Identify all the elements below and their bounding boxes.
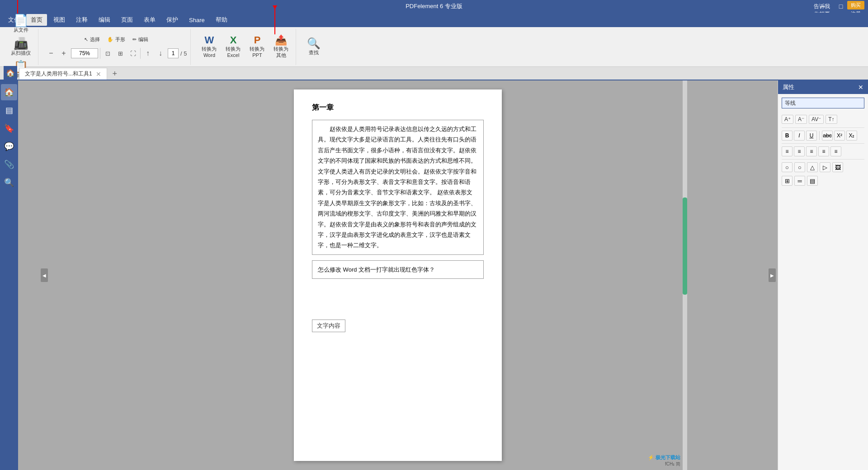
- tab-close-button[interactable]: ✕: [96, 70, 101, 78]
- sidebar-attachments-icon[interactable]: 📎: [1, 156, 17, 173]
- scrollbar-thumb[interactable]: [683, 197, 687, 295]
- right-panel-toggle[interactable]: ▶: [769, 268, 776, 282]
- to-ppt-button[interactable]: P 转换为PPT: [246, 33, 268, 60]
- zoom-in-button[interactable]: +: [58, 48, 69, 59]
- document-tab[interactable]: 文字是人类用符号...和工具1 ✕: [19, 68, 107, 80]
- question-text: 怎么修改 Word 文档一打字就出现红色字体？: [318, 264, 478, 275]
- left-panel-toggle[interactable]: ◀: [41, 268, 48, 282]
- edit-tool-button[interactable]: ✏ 编辑: [130, 35, 151, 44]
- ribbon-group-search: 🔍 查找: [300, 29, 328, 65]
- zoom-level-input[interactable]: [71, 48, 98, 58]
- alignment-row: ≡ ≡ ≡ ≡ ≡: [778, 145, 868, 158]
- menu-page[interactable]: 页面: [117, 14, 137, 26]
- arrow-shape-btn[interactable]: ▷: [820, 162, 830, 172]
- strikethrough-button[interactable]: abc: [822, 131, 833, 141]
- to-word-button[interactable]: W 转换为Word: [198, 33, 220, 60]
- align-center-button[interactable]: ≡: [794, 146, 805, 156]
- menu-edit[interactable]: 编辑: [94, 14, 115, 26]
- ribbon: 📄 从文件 📠 从扫描仪 📋 合并文档 ↖ 选择 ✋ 手形 ✏: [0, 27, 868, 67]
- fit-width-button[interactable]: ⊞: [115, 48, 126, 59]
- find-button[interactable]: 🔍 查找: [303, 36, 324, 57]
- grid-btn[interactable]: ▤: [807, 176, 818, 186]
- font-name-input[interactable]: [782, 98, 864, 108]
- table-btn[interactable]: ⊞: [782, 176, 793, 186]
- select-icon: ↖: [84, 37, 88, 42]
- from-scanner-icon: 📠: [14, 38, 28, 49]
- right-panel: 属性 ✕ A⁺ A⁻ AV⁻ T↑ B I U abc X² X₂ ≡ ≡ ≡ …: [778, 80, 868, 470]
- hand-icon: ✋: [107, 37, 113, 42]
- sidebar-bookmarks-icon[interactable]: 🔖: [1, 120, 17, 136]
- menu-view[interactable]: 视图: [49, 14, 70, 26]
- hand-tool-button[interactable]: ✋ 手形: [104, 35, 128, 44]
- main-layout: 🏠 ▤ 🔖 💬 📎 🔍 ◀ ▶ 第一章 赵依依是人类用符号记录表达信息以传之久远…: [0, 80, 868, 470]
- fit-page-button[interactable]: ⊡: [102, 48, 113, 59]
- image-btn[interactable]: 🖼: [832, 162, 843, 172]
- word-icon: W: [205, 35, 214, 45]
- right-panel-header: 属性 ✕: [778, 80, 868, 94]
- from-scanner-label: 从扫描仪: [11, 50, 31, 56]
- next-page-button[interactable]: ↓: [155, 48, 166, 59]
- font-larger-btn[interactable]: A⁺: [782, 115, 793, 124]
- triangle-shape-btn[interactable]: △: [807, 162, 818, 172]
- list-button[interactable]: ≡: [830, 146, 841, 156]
- text-format-row: B I U abc X² X₂: [778, 129, 868, 142]
- menu-form[interactable]: 表单: [139, 14, 160, 26]
- hand-label: 手形: [115, 36, 125, 43]
- search-icon: 🔍: [307, 38, 321, 49]
- kerning-btn[interactable]: AV⁻: [809, 115, 824, 124]
- superscript-button[interactable]: X²: [834, 131, 845, 141]
- line-height-btn[interactable]: T↑: [826, 115, 837, 124]
- to-ppt-label: 转换为PPT: [250, 46, 264, 58]
- sidebar-pages-icon[interactable]: ▤: [1, 102, 17, 118]
- menu-share[interactable]: Share: [184, 15, 209, 25]
- font-smaller-btn[interactable]: A⁻: [795, 115, 807, 124]
- bold-button[interactable]: B: [782, 131, 793, 141]
- sidebar-home-icon[interactable]: 🏠: [1, 84, 17, 100]
- sidebar-search-icon[interactable]: 🔍: [1, 174, 17, 191]
- from-scanner-button[interactable]: 📠 从扫描仪: [7, 36, 34, 58]
- home-tab-icon[interactable]: 🏠: [4, 66, 17, 80]
- to-excel-label: 转换为Excel: [226, 46, 241, 58]
- app-title: PDFelement 6 专业版: [406, 2, 462, 10]
- brand-label-1: ⚡ 极光下载站: [648, 454, 680, 461]
- pdf-page: 第一章 赵依依是人类用符号记录表达信息以传之久远的方式和工具。现代文字大多是记录…: [294, 89, 502, 461]
- circle-shape-btn[interactable]: ○: [782, 162, 793, 172]
- edit-label: 编辑: [138, 36, 148, 43]
- document-area: ◀ ▶ 第一章 赵依依是人类用符号记录表达信息以传之久远的方式和工具。现代文字大…: [18, 80, 778, 470]
- underline-button[interactable]: U: [806, 131, 817, 141]
- ppt-icon: P: [254, 35, 261, 45]
- select-tool-button[interactable]: ↖ 选择: [81, 35, 103, 44]
- menu-help[interactable]: 帮助: [211, 14, 232, 26]
- brand-label-2: fCH₂ 简: [665, 461, 680, 467]
- scrollbar-track[interactable]: [683, 80, 687, 470]
- align-right-button[interactable]: ≡: [806, 146, 817, 156]
- shape-row: ○ ○ △ ▷ 🖼: [778, 160, 868, 174]
- prev-page-button[interactable]: ↑: [142, 48, 153, 59]
- page-number-input[interactable]: [168, 48, 179, 58]
- menu-protect[interactable]: 保护: [162, 14, 183, 26]
- zoom-out-button[interactable]: −: [46, 48, 57, 59]
- edit-icon: ✏: [132, 37, 137, 42]
- menu-bar: 文件 首页 视图 注释 编辑 页面 表单 保护 Share 帮助: [0, 13, 868, 27]
- ruler-btn[interactable]: ═: [794, 176, 805, 186]
- italic-button[interactable]: I: [794, 131, 805, 141]
- align-left-button[interactable]: ≡: [782, 146, 793, 156]
- main-text-box: 赵依依是人类用符号记录表达信息以传之久远的方式和工具。现代文字大多是记录语言的工…: [312, 120, 484, 255]
- to-other-button[interactable]: 📤 转换为其他: [270, 33, 292, 60]
- from-file-button[interactable]: 📄 从文件: [10, 13, 32, 35]
- to-excel-button[interactable]: X 转换为Excel: [222, 33, 244, 60]
- align-justify-button[interactable]: ≡: [818, 146, 829, 156]
- full-screen-button[interactable]: ⛶: [127, 48, 138, 59]
- left-sidebar: 🏠 ▤ 🔖 💬 📎 🔍: [0, 80, 18, 470]
- page-separator: / 5: [180, 50, 187, 57]
- main-text-content: 赵依依是人类用符号记录表达信息以传之久远的方式和工具。现代文字大多是记录语言的工…: [318, 124, 478, 251]
- right-panel-close-button[interactable]: ✕: [858, 84, 863, 91]
- sidebar-comments-icon[interactable]: 💬: [1, 138, 17, 155]
- menu-annotate[interactable]: 注释: [71, 14, 92, 26]
- subscript-button[interactable]: X₂: [846, 131, 857, 141]
- to-word-label: 转换为Word: [202, 46, 217, 58]
- oval-shape-btn[interactable]: ○: [794, 162, 805, 172]
- add-tab-button[interactable]: +: [109, 68, 121, 80]
- purchase-btn[interactable]: 购买: [847, 1, 864, 9]
- other-icon: 📤: [275, 35, 287, 45]
